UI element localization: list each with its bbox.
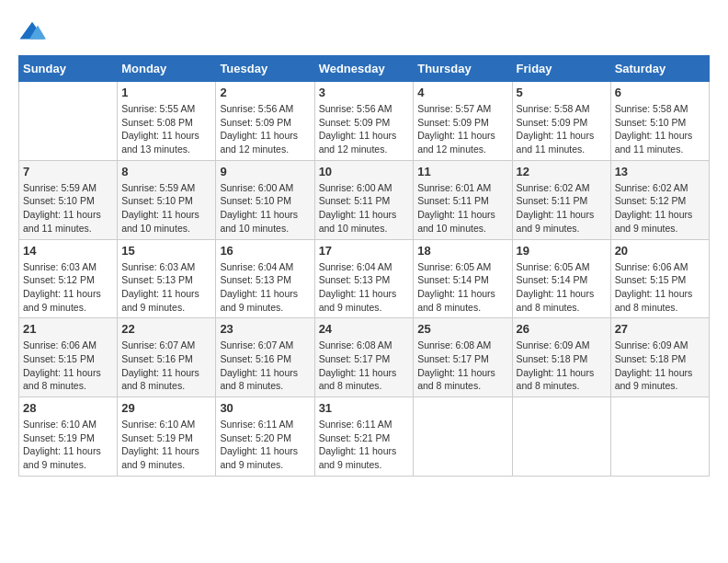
day-info: Sunrise: 6:05 AMSunset: 5:14 PMDaylight:… xyxy=(417,260,507,315)
day-info: Sunrise: 6:05 AMSunset: 5:14 PMDaylight:… xyxy=(517,260,607,315)
calendar-cell: 30Sunrise: 6:11 AMSunset: 5:20 PMDayligh… xyxy=(216,397,314,477)
calendar-cell: 5Sunrise: 5:58 AMSunset: 5:09 PMDaylight… xyxy=(512,82,610,161)
header-cell-sunday: Sunday xyxy=(19,56,118,82)
calendar-week-3: 14Sunrise: 6:03 AMSunset: 5:12 PMDayligh… xyxy=(19,239,710,318)
day-info: Sunrise: 5:59 AMSunset: 5:10 PMDaylight:… xyxy=(23,181,113,236)
day-number: 28 xyxy=(23,401,113,415)
calendar-cell: 24Sunrise: 6:08 AMSunset: 5:17 PMDayligh… xyxy=(314,318,414,397)
calendar-cell: 9Sunrise: 6:00 AMSunset: 5:10 PMDaylight… xyxy=(216,160,314,239)
day-number: 24 xyxy=(319,322,410,336)
calendar-cell: 10Sunrise: 6:00 AMSunset: 5:11 PMDayligh… xyxy=(314,160,414,239)
day-info: Sunrise: 5:58 AMSunset: 5:09 PMDaylight:… xyxy=(517,102,607,156)
calendar-cell: 28Sunrise: 6:10 AMSunset: 5:19 PMDayligh… xyxy=(19,397,118,477)
calendar-cell: 25Sunrise: 6:08 AMSunset: 5:17 PMDayligh… xyxy=(414,318,512,397)
calendar-header: SundayMondayTuesdayWednesdayThursdayFrid… xyxy=(19,56,710,82)
day-number: 3 xyxy=(319,86,410,99)
day-info: Sunrise: 6:10 AMSunset: 5:19 PMDaylight:… xyxy=(121,418,211,472)
day-number: 19 xyxy=(517,244,607,258)
header-cell-thursday: Thursday xyxy=(414,56,512,82)
calendar-cell xyxy=(512,397,610,477)
day-info: Sunrise: 6:01 AMSunset: 5:11 PMDaylight:… xyxy=(417,181,507,236)
logo xyxy=(18,18,50,46)
day-info: Sunrise: 6:07 AMSunset: 5:16 PMDaylight:… xyxy=(220,339,310,393)
calendar-cell xyxy=(610,397,709,477)
calendar-cell: 12Sunrise: 6:02 AMSunset: 5:11 PMDayligh… xyxy=(512,160,610,239)
calendar-cell: 16Sunrise: 6:04 AMSunset: 5:13 PMDayligh… xyxy=(216,239,314,318)
day-number: 1 xyxy=(121,86,211,99)
day-number: 13 xyxy=(615,165,705,178)
calendar-cell: 22Sunrise: 6:07 AMSunset: 5:16 PMDayligh… xyxy=(118,318,216,397)
logo-icon xyxy=(18,18,46,46)
day-info: Sunrise: 6:04 AMSunset: 5:13 PMDaylight:… xyxy=(220,260,310,315)
day-number: 8 xyxy=(121,165,211,178)
day-number: 21 xyxy=(23,322,113,336)
day-info: Sunrise: 6:04 AMSunset: 5:13 PMDaylight:… xyxy=(319,260,410,315)
calendar-cell: 17Sunrise: 6:04 AMSunset: 5:13 PMDayligh… xyxy=(314,239,414,318)
calendar-cell: 29Sunrise: 6:10 AMSunset: 5:19 PMDayligh… xyxy=(118,397,216,477)
calendar-body: 1Sunrise: 5:55 AMSunset: 5:08 PMDaylight… xyxy=(19,82,710,477)
calendar-cell: 4Sunrise: 5:57 AMSunset: 5:09 PMDaylight… xyxy=(414,82,512,161)
calendar-cell: 18Sunrise: 6:05 AMSunset: 5:14 PMDayligh… xyxy=(414,239,512,318)
calendar-week-5: 28Sunrise: 6:10 AMSunset: 5:19 PMDayligh… xyxy=(19,397,710,477)
day-number: 4 xyxy=(417,86,507,99)
day-info: Sunrise: 5:59 AMSunset: 5:10 PMDaylight:… xyxy=(121,181,211,236)
calendar-cell xyxy=(19,82,118,161)
day-info: Sunrise: 6:08 AMSunset: 5:17 PMDaylight:… xyxy=(319,339,410,393)
day-info: Sunrise: 5:55 AMSunset: 5:08 PMDaylight:… xyxy=(121,102,211,156)
calendar-cell: 31Sunrise: 6:11 AMSunset: 5:21 PMDayligh… xyxy=(314,397,414,477)
calendar-cell: 6Sunrise: 5:58 AMSunset: 5:10 PMDaylight… xyxy=(610,82,709,161)
calendar-cell: 14Sunrise: 6:03 AMSunset: 5:12 PMDayligh… xyxy=(19,239,118,318)
day-number: 14 xyxy=(23,244,113,258)
day-number: 12 xyxy=(517,165,607,178)
header-cell-friday: Friday xyxy=(512,56,610,82)
calendar-cell: 8Sunrise: 5:59 AMSunset: 5:10 PMDaylight… xyxy=(118,160,216,239)
header-cell-tuesday: Tuesday xyxy=(216,56,314,82)
day-number: 7 xyxy=(23,165,113,178)
calendar-cell xyxy=(414,397,512,477)
calendar-cell: 3Sunrise: 5:56 AMSunset: 5:09 PMDaylight… xyxy=(314,82,414,161)
calendar-cell: 15Sunrise: 6:03 AMSunset: 5:13 PMDayligh… xyxy=(118,239,216,318)
header-cell-saturday: Saturday xyxy=(610,56,709,82)
calendar-cell: 19Sunrise: 6:05 AMSunset: 5:14 PMDayligh… xyxy=(512,239,610,318)
day-number: 26 xyxy=(517,322,607,336)
calendar-week-4: 21Sunrise: 6:06 AMSunset: 5:15 PMDayligh… xyxy=(19,318,710,397)
day-number: 6 xyxy=(615,86,705,99)
calendar-cell: 11Sunrise: 6:01 AMSunset: 5:11 PMDayligh… xyxy=(414,160,512,239)
day-info: Sunrise: 5:58 AMSunset: 5:10 PMDaylight:… xyxy=(615,102,705,156)
calendar-week-2: 7Sunrise: 5:59 AMSunset: 5:10 PMDaylight… xyxy=(19,160,710,239)
calendar-cell: 20Sunrise: 6:06 AMSunset: 5:15 PMDayligh… xyxy=(610,239,709,318)
calendar-table: SundayMondayTuesdayWednesdayThursdayFrid… xyxy=(18,55,710,477)
day-number: 16 xyxy=(220,244,310,258)
day-info: Sunrise: 6:09 AMSunset: 5:18 PMDaylight:… xyxy=(517,339,607,393)
calendar-cell: 2Sunrise: 5:56 AMSunset: 5:09 PMDaylight… xyxy=(216,82,314,161)
calendar-cell: 23Sunrise: 6:07 AMSunset: 5:16 PMDayligh… xyxy=(216,318,314,397)
day-number: 5 xyxy=(517,86,607,99)
header-row: SundayMondayTuesdayWednesdayThursdayFrid… xyxy=(19,56,710,82)
day-info: Sunrise: 6:08 AMSunset: 5:17 PMDaylight:… xyxy=(417,339,507,393)
day-info: Sunrise: 6:06 AMSunset: 5:15 PMDaylight:… xyxy=(23,339,113,393)
day-number: 29 xyxy=(121,401,211,415)
day-info: Sunrise: 6:03 AMSunset: 5:13 PMDaylight:… xyxy=(121,260,211,315)
calendar-cell: 26Sunrise: 6:09 AMSunset: 5:18 PMDayligh… xyxy=(512,318,610,397)
day-number: 10 xyxy=(319,165,410,178)
day-number: 23 xyxy=(220,322,310,336)
day-number: 15 xyxy=(121,244,211,258)
day-number: 31 xyxy=(319,401,410,415)
calendar-cell: 7Sunrise: 5:59 AMSunset: 5:10 PMDaylight… xyxy=(19,160,118,239)
day-info: Sunrise: 6:00 AMSunset: 5:10 PMDaylight:… xyxy=(220,181,310,236)
day-info: Sunrise: 6:00 AMSunset: 5:11 PMDaylight:… xyxy=(319,181,410,236)
day-number: 22 xyxy=(121,322,211,336)
day-info: Sunrise: 5:56 AMSunset: 5:09 PMDaylight:… xyxy=(220,102,310,156)
day-number: 2 xyxy=(220,86,310,99)
day-number: 27 xyxy=(615,322,705,336)
day-number: 20 xyxy=(615,244,705,258)
day-info: Sunrise: 5:57 AMSunset: 5:09 PMDaylight:… xyxy=(417,102,507,156)
day-info: Sunrise: 6:07 AMSunset: 5:16 PMDaylight:… xyxy=(121,339,211,393)
header-cell-wednesday: Wednesday xyxy=(314,56,414,82)
day-info: Sunrise: 6:02 AMSunset: 5:11 PMDaylight:… xyxy=(517,181,607,236)
day-info: Sunrise: 6:03 AMSunset: 5:12 PMDaylight:… xyxy=(23,260,113,315)
day-number: 25 xyxy=(417,322,507,336)
day-number: 9 xyxy=(220,165,310,178)
day-info: Sunrise: 6:11 AMSunset: 5:21 PMDaylight:… xyxy=(319,418,410,472)
page-header xyxy=(18,18,710,46)
